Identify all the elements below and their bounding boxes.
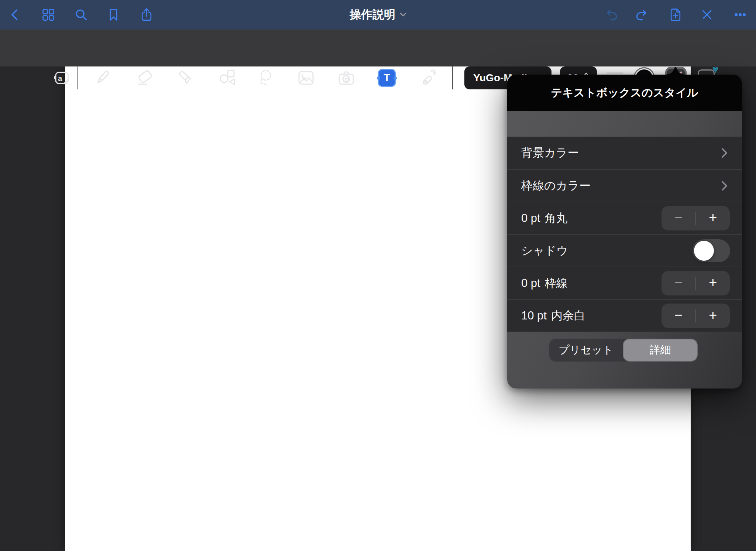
pen-tool[interactable]: [93, 69, 111, 87]
laser-pointer-icon: [419, 69, 437, 87]
back-icon: [8, 7, 23, 22]
eraser-tool[interactable]: [136, 69, 154, 87]
bookmark-icon: [106, 7, 121, 22]
plus-button[interactable]: +: [696, 211, 730, 226]
pen-icon: [93, 69, 111, 87]
padding-stepper: − +: [662, 304, 730, 328]
back-button[interactable]: [8, 7, 23, 22]
row-border-color[interactable]: 枠線のカラー: [507, 169, 742, 202]
share-icon: [139, 7, 154, 22]
page-view-button[interactable]: a: [53, 69, 71, 87]
corner-radius-stepper: − +: [662, 206, 730, 230]
preset-segment[interactable]: プリセット: [549, 339, 623, 362]
svg-text:a: a: [58, 74, 62, 82]
minus-button[interactable]: −: [662, 308, 695, 324]
border-width-stepper: − +: [662, 271, 730, 295]
lasso-tool[interactable]: [257, 69, 275, 87]
share-button[interactable]: [139, 7, 154, 22]
navbar: 操作説明: [0, 0, 756, 30]
toggle-knob: [694, 241, 714, 261]
row-shadow: シャドウ: [507, 234, 742, 267]
text-tool[interactable]: T: [378, 69, 396, 87]
shapes-icon: [219, 69, 236, 87]
plus-button[interactable]: +: [696, 308, 730, 324]
minus-button[interactable]: −: [662, 276, 695, 291]
popover-header: テキストボックスのスタイル: [507, 75, 742, 111]
row-background-color[interactable]: 背景カラー: [507, 137, 742, 169]
toolbar: a: [0, 30, 756, 66]
highlighter-tool[interactable]: [177, 69, 195, 87]
add-page-icon: [668, 7, 683, 22]
add-page-button[interactable]: [668, 7, 683, 22]
selection-handle-right: [394, 76, 397, 80]
row-corner-radius: 0 pt 角丸 − +: [507, 202, 742, 234]
shapes-tool[interactable]: [219, 69, 236, 87]
style-options-list: 背景カラー 枠線のカラー 0 pt 角丸 − +: [507, 137, 742, 332]
textbox-style-popover: テキストボックスのスタイル 背景カラー 枠線のカラー 0 pt 角丸 −: [507, 75, 742, 389]
row-border-width: 0 pt 枠線 − +: [507, 267, 742, 299]
minus-button[interactable]: −: [662, 211, 695, 226]
row-padding: 10 pt 内余白 − +: [507, 299, 742, 332]
bookmark-button[interactable]: [106, 7, 121, 22]
more-button[interactable]: [733, 7, 748, 22]
chevron-right-icon: [721, 181, 728, 191]
search-button[interactable]: [74, 7, 89, 22]
image-tool[interactable]: [297, 69, 315, 87]
popover-footer: プリセット 詳細: [507, 332, 742, 389]
plus-button[interactable]: +: [696, 276, 730, 291]
heart-icon: ♥: [712, 64, 719, 75]
popover-title: テキストボックスのスタイル: [551, 85, 698, 100]
grid-icon: [41, 7, 56, 22]
ellipsis-icon: [733, 7, 748, 22]
toolbar-divider: [77, 66, 78, 89]
stylus-cross-icon: [700, 7, 714, 22]
lasso-icon: [257, 69, 275, 87]
chevron-down-icon: [400, 13, 406, 17]
stylus-toggle-button[interactable]: [700, 7, 714, 22]
shadow-toggle[interactable]: [693, 239, 730, 262]
camera-tool[interactable]: [337, 69, 355, 87]
popover-arrow: [666, 65, 685, 75]
style-mode-segmented-control: プリセット 詳細: [549, 339, 698, 362]
highlighter-icon: [177, 69, 195, 87]
text-tool-glyph: T: [379, 70, 395, 86]
document-title[interactable]: 操作説明: [341, 0, 415, 30]
sidebar-view-icon: a: [53, 69, 71, 87]
chevron-right-icon: [721, 148, 728, 158]
undo-button[interactable]: [604, 7, 618, 22]
undo-icon: [604, 7, 618, 22]
eraser-icon: [136, 69, 154, 87]
goodnotes-app: 操作説明: [0, 0, 756, 551]
toolbar-divider: [452, 66, 453, 89]
redo-button[interactable]: [635, 7, 650, 22]
detail-segment[interactable]: 詳細: [623, 339, 697, 361]
search-icon: [74, 7, 89, 22]
laser-pointer-tool[interactable]: [419, 69, 437, 87]
thumbnails-button[interactable]: [41, 7, 56, 22]
image-icon: [297, 69, 315, 87]
selection-handle-left: [377, 76, 380, 80]
redo-icon: [635, 7, 650, 22]
page-title: 操作説明: [350, 7, 395, 23]
camera-icon: [337, 69, 355, 87]
